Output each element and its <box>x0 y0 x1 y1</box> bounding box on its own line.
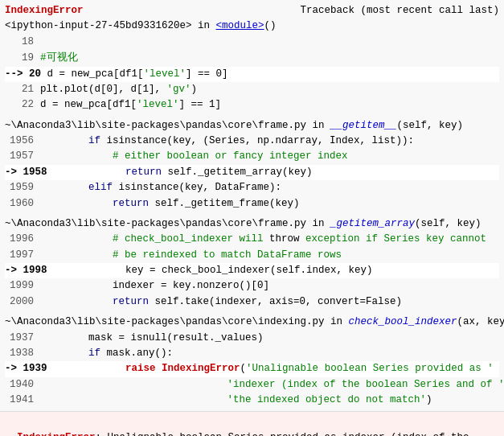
lineno-1996: 1996 <box>5 232 34 247</box>
arrow-1958: -> 1958 <box>5 165 53 180</box>
bottom-error-label: IndexingError <box>17 432 96 436</box>
code-line-22: 22 d = new_pca[df1['level'] == 1] <box>5 97 499 113</box>
code-line-1940: 1940 'indexer (index of the boolean Seri… <box>5 377 499 393</box>
code-1958: return self._getitem_array(key) <box>53 165 313 180</box>
code-line-2000: 2000 return self.take(indexer, axis=0, c… <box>5 294 499 310</box>
code-1939: raise IndexingError('Unalignable boolean… <box>53 361 494 376</box>
lineno-18: 18 <box>5 35 34 50</box>
lineno-1960: 1960 <box>5 196 34 212</box>
lineno-1941: 1941 <box>5 393 34 408</box>
lineno-1937: 1937 <box>5 331 34 346</box>
func-name-3: _getitem_array <box>330 216 415 232</box>
file-ref-1: <ipython-input-27-45bd9331620e> in <modu… <box>5 19 499 34</box>
arrow-1998: -> 1998 <box>5 263 53 278</box>
file-ref-3: ~\Anaconda3\lib\site-packages\pandas\cor… <box>5 216 499 232</box>
module-link-1[interactable]: <module> <box>216 19 264 34</box>
code-block-1: 18 19 #可视化 --> 20 d = new_pca[df1['level… <box>5 35 499 113</box>
code-line-1938: 1938 if mask.any(): <box>5 346 499 361</box>
code-line-1996: 1996 # check_bool_indexer will throw exc… <box>5 232 499 247</box>
code-block-4: 1937 mask = isnull(result._values) 1938 … <box>5 331 499 409</box>
func-name-2: __getitem__ <box>330 118 397 134</box>
code-line-1941: 1941 'the indexed object do not match') <box>5 393 499 408</box>
file-path-4: ~\Anaconda3\lib\site-packages\pandas\cor… <box>5 315 349 330</box>
code-line-18: 18 <box>5 35 499 50</box>
code-line-1960: 1960 return self._getitem_frame(key) <box>5 196 499 212</box>
code-1999: indexer = key.nonzero()[0] <box>40 278 269 294</box>
code-1938: if mask.any(): <box>40 346 173 361</box>
lineno-1999: 1999 <box>5 278 34 294</box>
code-1997: # be reindexed to match DataFrame rows <box>40 248 342 263</box>
code-line-1956: 1956 if isinstance(key, (Series, np.ndar… <box>5 134 499 149</box>
arrow-20: --> 20 <box>5 67 47 82</box>
lineno-21: 21 <box>5 82 34 97</box>
file-ref-4: ~\Anaconda3\lib\site-packages\pandas\cor… <box>5 315 499 330</box>
code-line-1958: -> 1958 return self._getitem_array(key) <box>5 165 499 180</box>
code-line-1999: 1999 indexer = key.nonzero()[0] <box>5 278 499 294</box>
lineno-19: 19 <box>5 51 34 66</box>
code-line-1939: -> 1939 raise IndexingError('Unalignable… <box>5 361 499 376</box>
file-path-3: ~\Anaconda3\lib\site-packages\pandas\cor… <box>5 216 330 232</box>
lineno-22: 22 <box>5 97 34 113</box>
lineno-2000: 2000 <box>5 294 34 310</box>
code-line-21: 21 plt.plot(d[0], d[1], 'gv') <box>5 82 499 97</box>
error-header-line: IndexingError Traceback (most recent cal… <box>5 3 499 19</box>
code-line-1957: 1957 # either boolean or fancy integer i… <box>5 149 499 164</box>
file-path-2: ~\Anaconda3\lib\site-packages\pandas\cor… <box>5 118 330 134</box>
code-1959: elif isinstance(key, DataFrame): <box>40 180 281 195</box>
code-1960: return self._getitem_frame(key) <box>40 196 300 212</box>
traceback-container: IndexingError Traceback (most recent cal… <box>0 0 504 411</box>
code-1937: mask = isnull(result._values) <box>40 331 264 346</box>
code-block-2: 1956 if isinstance(key, (Series, np.ndar… <box>5 134 499 212</box>
code-1956: if isinstance(key, (Series, np.ndarray, … <box>40 134 414 149</box>
code-line-1997: 1997 # be reindexed to match DataFrame r… <box>5 248 499 263</box>
parens-1: () <box>264 19 277 34</box>
code-line-20: --> 20 d = new_pca[df1['level'] == 0] <box>5 67 499 82</box>
code-22: d = new_pca[df1['level'] == 1] <box>40 97 221 113</box>
lineno-1957: 1957 <box>5 149 34 164</box>
params-2: (self, key) <box>397 118 464 134</box>
code-1998: key = check_bool_indexer(self.index, key… <box>53 263 373 278</box>
code-1996: # check_bool_indexer will throw exceptio… <box>40 232 486 247</box>
params-3: (self, key) <box>415 216 481 232</box>
lineno-1959: 1959 <box>5 180 34 195</box>
code-line-1959: 1959 elif isinstance(key, DataFrame): <box>5 180 499 195</box>
arrow-1939: -> 1939 <box>5 361 53 376</box>
traceback-label: Traceback (most recent call last) <box>300 3 499 19</box>
code-2000: return self.take(indexer, axis=0, conver… <box>40 294 402 310</box>
lineno-1956: 1956 <box>5 134 34 149</box>
file-path-1: <ipython-input-27-45bd9331620e> in <box>5 19 216 34</box>
lineno-1938: 1938 <box>5 346 34 361</box>
bottom-error: IndexingError: Unalignable boolean Serie… <box>0 411 504 436</box>
lineno-1940: 1940 <box>5 377 34 393</box>
code-19: #可视化 <box>40 50 78 66</box>
code-1940: 'indexer (index of the boolean Series an… <box>40 377 504 393</box>
code-block-3: 1996 # check_bool_indexer will throw exc… <box>5 232 499 310</box>
code-1957: # either boolean or fancy integer index <box>40 149 348 164</box>
lineno-1997: 1997 <box>5 248 34 263</box>
code-20: d = new_pca[df1['level'] == 0] <box>47 67 228 82</box>
code-21: plt.plot(d[0], d[1], 'gv') <box>40 82 197 97</box>
file-ref-2: ~\Anaconda3\lib\site-packages\pandas\cor… <box>5 118 499 134</box>
error-title: IndexingError <box>5 3 84 19</box>
code-1941: 'the indexed object do not match') <box>40 393 432 408</box>
params-4: (ax, key) <box>457 315 504 330</box>
func-name-4: check_bool_indexer <box>349 315 457 330</box>
code-line-1937: 1937 mask = isnull(result._values) <box>5 331 499 346</box>
code-line-19: 19 #可视化 <box>5 50 499 66</box>
code-line-1998: -> 1998 key = check_bool_indexer(self.in… <box>5 263 499 278</box>
